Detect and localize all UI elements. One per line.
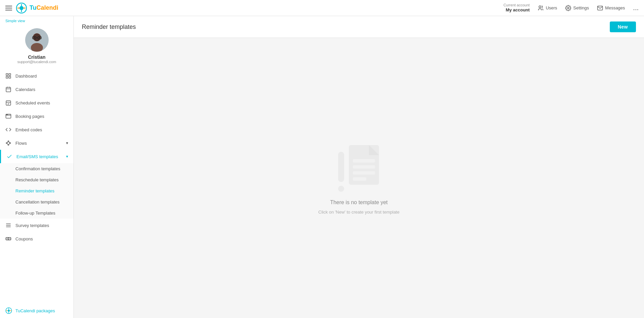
survey-templates-label: Survey templates xyxy=(15,223,68,228)
simple-view-toggle[interactable]: Simple view xyxy=(0,16,73,24)
settings-icon xyxy=(565,5,571,11)
sidebar-item-flows[interactable]: Flows ▾ xyxy=(0,136,73,150)
svg-line-37 xyxy=(9,144,10,144)
svg-point-6 xyxy=(539,6,541,8)
app-logo[interactable]: TuCalendi xyxy=(16,3,58,13)
svg-line-38 xyxy=(7,144,8,144)
svg-point-43 xyxy=(8,238,9,240)
svg-point-49 xyxy=(8,310,10,312)
embed-codes-label: Embed codes xyxy=(15,127,68,132)
coupons-label: Coupons xyxy=(15,236,68,241)
email-sms-templates-label: Email/SMS templates xyxy=(16,154,62,159)
svg-rect-19 xyxy=(6,77,8,78)
email-sms-chevron: ▾ xyxy=(66,154,68,159)
svg-point-33 xyxy=(10,143,11,144)
logo-icon xyxy=(16,3,27,13)
sidebar-item-reminder-templates[interactable]: Reminder templates xyxy=(0,185,73,196)
embed-codes-icon xyxy=(5,127,11,133)
empty-subtitle: Click on 'New' to create your first temp… xyxy=(318,210,399,215)
flows-label: Flows xyxy=(15,141,62,146)
svg-rect-59 xyxy=(353,165,375,169)
flows-icon xyxy=(5,140,11,146)
sidebar: Simple view Cristian support@tucalendi.c… xyxy=(0,16,74,318)
tucalendi-packages-label: TuCalendi packages xyxy=(15,308,55,313)
calendars-icon xyxy=(5,86,11,92)
email-sms-templates-icon xyxy=(6,153,12,160)
new-button[interactable]: New xyxy=(610,21,636,32)
more-options-button[interactable]: ... xyxy=(633,4,639,12)
topbar-right: Current account My account Users Setting… xyxy=(503,3,639,13)
tucalendi-packages-link[interactable]: TuCalendi packages xyxy=(5,307,68,314)
svg-point-16 xyxy=(39,37,40,38)
main-content-area: Reminder templates New There is no templ… xyxy=(74,16,644,318)
svg-rect-20 xyxy=(9,77,11,78)
svg-point-34 xyxy=(8,144,9,145)
user-section: Cristian support@tucalendi.com xyxy=(0,24,73,69)
svg-rect-18 xyxy=(9,74,11,75)
sidebar-item-dashboard[interactable]: Dashboard xyxy=(0,69,73,83)
account-info: Current account My account xyxy=(503,3,530,13)
current-account[interactable]: Current account My account xyxy=(503,3,530,13)
svg-point-15 xyxy=(34,37,35,38)
svg-point-1 xyxy=(19,6,23,10)
svg-rect-58 xyxy=(353,159,375,163)
page-title: Reminder templates xyxy=(82,24,136,31)
user-email: support@tucalendi.com xyxy=(17,60,56,64)
tucalendi-packages-icon xyxy=(5,307,12,314)
sidebar-item-embed-codes[interactable]: Embed codes xyxy=(0,123,73,136)
svg-line-35 xyxy=(7,142,8,143)
scheduled-events-icon xyxy=(5,100,11,106)
svg-rect-54 xyxy=(338,152,344,182)
svg-rect-17 xyxy=(6,74,8,75)
svg-rect-60 xyxy=(353,171,375,175)
sidebar-item-survey-templates[interactable]: Survey templates xyxy=(0,219,73,232)
empty-state-container: There is no template yet Click on 'New' … xyxy=(74,38,644,318)
calendars-label: Calendars xyxy=(15,87,68,92)
svg-rect-21 xyxy=(6,87,11,92)
messages-nav[interactable]: Messages xyxy=(597,5,625,11)
svg-point-55 xyxy=(338,186,344,192)
user-name: Cristian xyxy=(28,54,45,60)
empty-title: There is no template yet xyxy=(330,199,388,206)
sidebar-item-confirmation-templates[interactable]: Confirmation templates xyxy=(0,163,73,174)
svg-rect-61 xyxy=(353,177,366,181)
svg-point-30 xyxy=(7,115,7,115)
logo-text: TuCalendi xyxy=(30,4,58,11)
sidebar-item-booking-pages[interactable]: Booking pages xyxy=(0,109,73,123)
flows-chevron: ▾ xyxy=(66,141,68,145)
scheduled-events-label: Scheduled events xyxy=(15,100,68,105)
sidebar-item-scheduled-events[interactable]: Scheduled events xyxy=(0,96,73,109)
svg-rect-25 xyxy=(6,101,11,105)
sidebar-item-calendars[interactable]: Calendars xyxy=(0,83,73,96)
svg-point-32 xyxy=(8,141,9,142)
main-header: Reminder templates New xyxy=(74,16,644,38)
booking-pages-label: Booking pages xyxy=(15,114,68,119)
sidebar-item-email-sms-templates[interactable]: Email/SMS templates ▾ xyxy=(0,150,73,163)
sidebar-item-cancellation-templates[interactable]: Cancellation templates xyxy=(0,196,73,208)
svg-point-7 xyxy=(568,7,569,9)
users-nav[interactable]: Users xyxy=(538,5,557,11)
settings-nav[interactable]: Settings xyxy=(565,5,589,11)
sidebar-item-follow-up-templates[interactable]: Follow-up Templates xyxy=(0,208,73,219)
empty-state-icon xyxy=(332,142,386,195)
coupons-icon xyxy=(5,236,11,242)
survey-templates-icon xyxy=(5,222,11,228)
sidebar-item-coupons[interactable]: Coupons xyxy=(0,232,73,245)
templates-subnav: Confirmation templates Reschedule templa… xyxy=(0,163,73,219)
topbar: TuCalendi Current account My account Use… xyxy=(0,0,644,16)
sidebar-bottom: TuCalendi packages xyxy=(0,303,73,318)
booking-pages-icon xyxy=(5,113,11,119)
avatar xyxy=(25,28,49,52)
svg-line-36 xyxy=(9,142,10,143)
sidebar-item-reschedule-templates[interactable]: Reschedule templates xyxy=(0,174,73,185)
empty-state: There is no template yet Click on 'New' … xyxy=(318,142,399,215)
hamburger-menu[interactable] xyxy=(5,6,12,10)
dashboard-label: Dashboard xyxy=(15,74,68,79)
dashboard-icon xyxy=(5,73,11,79)
messages-icon xyxy=(597,5,603,11)
svg-point-29 xyxy=(6,115,7,115)
svg-point-31 xyxy=(6,143,7,144)
users-icon xyxy=(538,5,544,11)
